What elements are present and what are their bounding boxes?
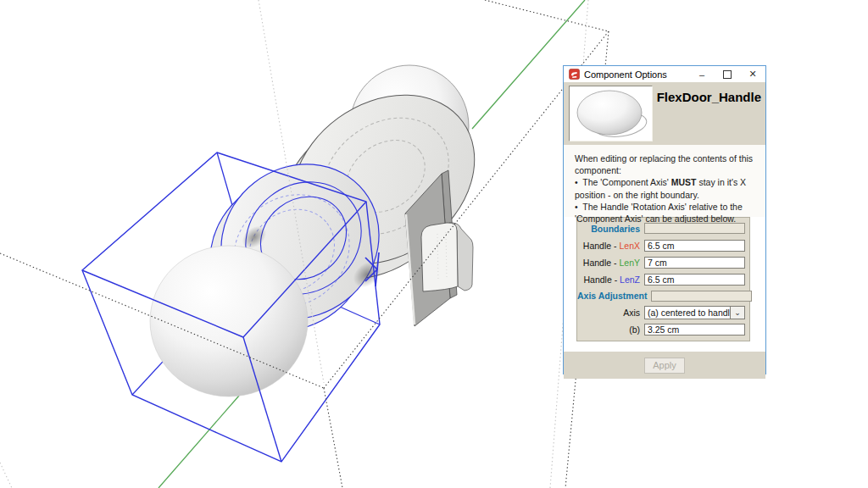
- close-button[interactable]: ✕: [740, 66, 765, 82]
- apply-button[interactable]: Apply: [644, 358, 685, 374]
- disabled-field: [644, 223, 745, 234]
- axis-select[interactable]: (a) centered to handle⌄: [644, 306, 745, 319]
- desc-line: • The 'Component Axis' MUST stay in it's…: [575, 176, 757, 188]
- dialog-title: Component Options: [584, 69, 689, 80]
- close-icon: ✕: [748, 69, 756, 80]
- attribute-row: Axis Adjustment: [577, 288, 749, 303]
- attribute-label: Axis: [577, 308, 644, 318]
- minimize-button[interactable]: –: [689, 66, 715, 82]
- minimize-icon: –: [699, 69, 704, 80]
- sketchup-canvas: Component Options – ✕ FlexDoor: [0, 0, 868, 488]
- sketchup-logo-icon: [569, 69, 580, 80]
- attribute-row: Handle - LenX: [577, 238, 749, 253]
- attribute-label: (b): [577, 324, 644, 335]
- thumbnail-knob-image: [570, 86, 652, 141]
- attribute-label: Axis Adjustment: [577, 291, 651, 301]
- desc-line: When editing or replacing the contents o…: [575, 152, 757, 164]
- attribute-label: Handle - LenX: [577, 241, 644, 251]
- component-name: FlexDoor_Handle: [653, 82, 765, 145]
- attribute-label: Handle - LenY: [577, 258, 644, 268]
- attribute-row: Handle - LenZ: [577, 272, 749, 287]
- component-description: When editing or replacing the contents o…: [564, 145, 765, 217]
- latch-block-front[interactable]: [421, 223, 458, 291]
- dialog-header: FlexDoor_Handle: [564, 82, 765, 145]
- maximize-icon: [723, 70, 732, 79]
- desc-line: component:: [575, 164, 757, 176]
- attribute-label: Boundaries: [577, 224, 644, 234]
- attribute-input[interactable]: [644, 257, 745, 269]
- component-thumbnail: [569, 86, 653, 141]
- desc-line: position - on the right boundary.: [575, 189, 757, 201]
- maximize-button[interactable]: [715, 66, 740, 82]
- panel-footer-gap: [564, 341, 765, 352]
- disabled-field: [651, 291, 752, 302]
- attributes-panel: BoundariesHandle - LenXHandle - LenYHand…: [576, 217, 750, 341]
- attribute-row: Handle - LenY: [577, 255, 749, 270]
- attribute-input[interactable]: [644, 324, 745, 336]
- component-options-dialog: Component Options – ✕ FlexDoor: [563, 65, 766, 374]
- attribute-label: Handle - LenZ: [577, 274, 644, 285]
- attribute-row: Axis(a) centered to handle⌄: [577, 305, 749, 320]
- attribute-row: Boundaries: [577, 221, 749, 236]
- dialog-footer: Apply: [564, 352, 765, 379]
- desc-line: • The Handle 'Rotation Axis' relative to…: [575, 201, 757, 213]
- knob-ball[interactable]: [150, 246, 308, 396]
- attribute-input[interactable]: [644, 240, 745, 252]
- attribute-row: (b): [577, 322, 749, 337]
- dialog-titlebar[interactable]: Component Options – ✕: [564, 66, 765, 82]
- attribute-input[interactable]: [644, 274, 745, 286]
- chevron-down-icon[interactable]: ⌄: [730, 307, 744, 319]
